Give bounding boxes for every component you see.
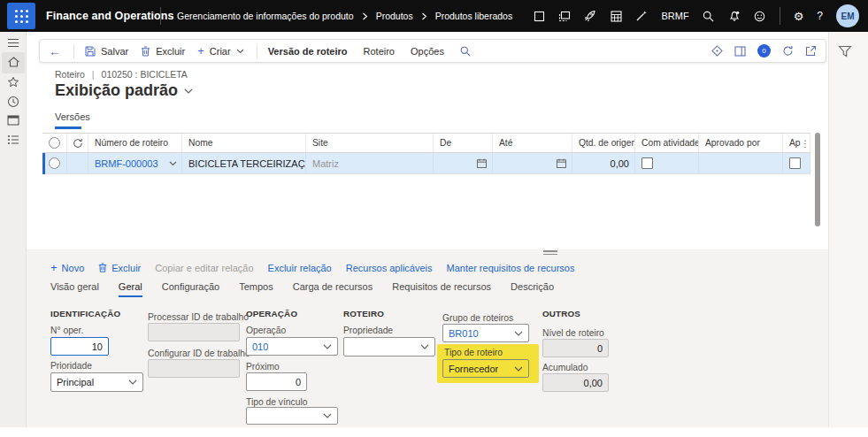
right-side-strip (828, 32, 868, 427)
label-tipo-roteiro: Tipo de roteiro (444, 348, 503, 357)
feedback-smiley-icon[interactable] (754, 10, 766, 22)
create-dropdown-button[interactable]: + Criar (197, 44, 243, 58)
kebab-menu-icon[interactable]: ⋮ (801, 138, 810, 149)
waffle-icon (15, 10, 18, 12)
topbar-divider (780, 7, 780, 25)
tab-tempos[interactable]: Tempos (239, 281, 273, 297)
cell-aprovado-por[interactable] (699, 153, 783, 173)
grid-row-selected[interactable]: BRMF-000003 BICICLETA TERCEIRIZAÇÃO Matr… (42, 153, 810, 174)
tab-configuracao[interactable]: Configuração (162, 281, 219, 297)
breadcrumb-area[interactable]: Produtos (376, 11, 413, 21)
modules-list-icon[interactable] (0, 130, 27, 150)
cell-ate[interactable] (493, 153, 572, 173)
tab-versao-de-roteiro[interactable]: Versão de roteiro (268, 46, 348, 57)
refresh-icon[interactable] (782, 45, 794, 57)
col-numero-de-roteiro[interactable]: Número de roteiro (88, 134, 182, 152)
col-de[interactable]: De (434, 134, 493, 152)
grid-vertical-scrollbar[interactable] (815, 133, 820, 226)
maintain-resource-requirements-button[interactable]: Manter requisitos de recursos (447, 263, 575, 273)
filter-funnel-icon[interactable] (838, 45, 852, 58)
cell-com-atividade[interactable] (635, 153, 699, 173)
favorites-star-icon[interactable] (0, 73, 27, 92)
search-icon[interactable] (703, 10, 715, 22)
open-in-new-window-icon[interactable] (805, 45, 817, 57)
col-ate[interactable]: Até (493, 134, 572, 152)
col-com-atividade[interactable]: Com atividade (635, 134, 699, 152)
actionbar-search-icon[interactable] (460, 46, 471, 57)
tab-roteiro[interactable]: Roteiro (364, 46, 395, 57)
back-button[interactable]: ← (49, 44, 61, 58)
applicable-resources-button[interactable]: Recursos aplicáveis (346, 263, 433, 273)
calculator-grid-icon[interactable] (610, 10, 622, 22)
multitask-windows-icon[interactable] (558, 10, 571, 22)
view-title[interactable]: Exibição padrão (55, 81, 193, 100)
tab-versoes[interactable]: Versões (55, 111, 90, 122)
copy-edit-relation-button[interactable]: Copiar e editar relação (155, 263, 253, 273)
cell-numero[interactable]: BRMF-000003 (88, 153, 182, 173)
pane-splitter-handle[interactable] (543, 250, 557, 256)
hamburger-menu-icon[interactable] (0, 33, 27, 52)
tab-opcoes[interactable]: Opções (411, 46, 444, 57)
workspaces-window-icon[interactable] (0, 111, 27, 130)
settings-gear-icon[interactable]: ⚙ (794, 11, 804, 22)
checkbox-unchecked[interactable] (789, 157, 801, 169)
new-line-button[interactable]: + Novo (50, 261, 84, 274)
breadcrumb-page[interactable]: Produtos liberados (435, 11, 513, 21)
cell-site[interactable]: Matriz (306, 153, 434, 173)
calendar-icon[interactable] (557, 158, 566, 168)
rocket-icon[interactable] (584, 10, 596, 22)
save-button[interactable]: Salvar (85, 46, 128, 57)
cell-nome[interactable]: BICICLETA TERCEIRIZAÇÃO (182, 153, 306, 173)
avatar[interactable]: EM (836, 4, 859, 27)
delete-line-button[interactable]: Excluir (98, 263, 141, 273)
chevron-down-icon[interactable] (169, 161, 177, 166)
fullscreen-icon[interactable] (533, 10, 545, 22)
proximo-input[interactable] (246, 372, 307, 391)
chevron-down-icon (420, 344, 429, 349)
delete-button[interactable]: Excluir (141, 46, 185, 57)
row-radio[interactable] (42, 153, 67, 173)
tab-geral[interactable]: Geral (119, 281, 142, 297)
delete-relation-button[interactable]: Excluir relação (268, 263, 332, 273)
cell-ap[interactable] (783, 153, 810, 173)
tipo-vinculo-select[interactable] (246, 407, 338, 425)
breadcrumb-module[interactable]: Gerenciamento de informações do produto (177, 11, 354, 21)
col-nome[interactable]: Nome (182, 134, 306, 152)
tipo-roteiro-select[interactable]: Fornecedor (442, 359, 529, 378)
grupo-roteiros-select[interactable]: BR010 (442, 324, 529, 342)
operacao-combo[interactable]: 010 (246, 337, 338, 356)
selected-row-accent (42, 153, 45, 174)
calendar-icon[interactable] (477, 158, 487, 168)
checkbox-unchecked[interactable] (641, 157, 653, 169)
company-picker[interactable]: BRMF (661, 11, 688, 21)
cell-qtd-origem[interactable]: 0,00 (572, 153, 635, 173)
propriedade-select[interactable] (343, 337, 435, 356)
n-oper-input[interactable] (50, 337, 109, 356)
col-qtd-de-origem[interactable]: Qtd. de origem (572, 134, 635, 152)
app-title[interactable]: Finance and Operations (46, 0, 174, 32)
messages-badge[interactable]: 0 (757, 44, 771, 58)
actionbar-right-icons: 0 (711, 44, 817, 58)
select-all-radio[interactable] (42, 134, 67, 152)
caption-entity: Roteiro (55, 69, 85, 80)
chevron-down-icon (514, 331, 523, 336)
tab-visao-geral[interactable]: Visão geral (50, 281, 99, 297)
notifications-bell-icon[interactable] (728, 10, 741, 22)
side-panel-icon[interactable] (734, 46, 746, 57)
home-icon[interactable] (0, 52, 27, 72)
prioridade-select[interactable]: Principal (50, 372, 143, 392)
help-button[interactable]: ? (817, 10, 823, 22)
col-aprovado-por[interactable]: Aprovado por (699, 134, 783, 152)
tab-carga-de-recursos[interactable]: Carga de recursos (293, 281, 373, 297)
tab-descricao[interactable]: Descrição (511, 281, 554, 297)
grid-refresh-icon[interactable] (67, 134, 88, 152)
magic-wand-icon[interactable] (635, 10, 648, 22)
power-apps-icon[interactable] (711, 45, 723, 57)
recent-clock-icon[interactable] (0, 92, 27, 111)
app-launcher-button[interactable] (7, 3, 35, 29)
save-icon (85, 46, 96, 57)
col-ap[interactable]: Ap ⋮ (783, 134, 810, 152)
tab-requisitos-de-recursos[interactable]: Requisitos de recursos (392, 281, 491, 297)
cell-de[interactable] (434, 153, 493, 173)
col-site[interactable]: Site (306, 134, 434, 152)
